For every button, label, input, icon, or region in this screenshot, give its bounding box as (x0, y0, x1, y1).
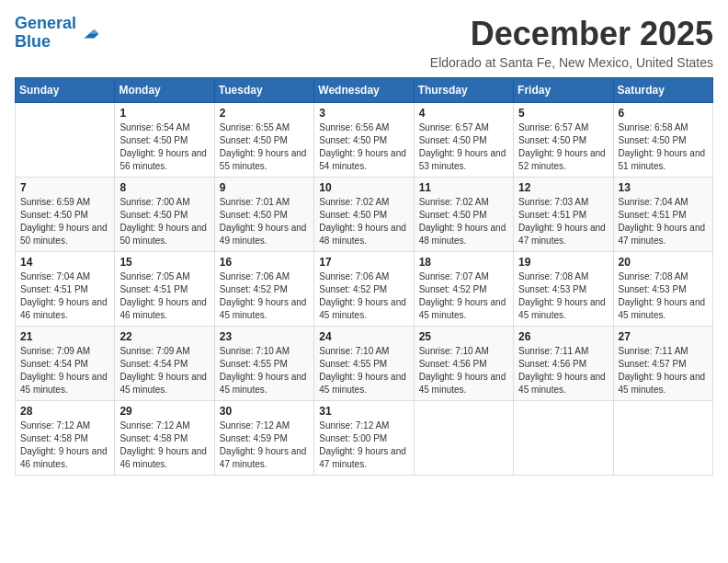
day-number: 3 (319, 107, 408, 120)
day-number: 4 (419, 107, 508, 120)
calendar-cell: 19Sunrise: 7:08 AMSunset: 4:53 PMDayligh… (514, 252, 613, 327)
day-number: 23 (220, 330, 309, 343)
calendar-cell (514, 401, 613, 476)
header-monday: Monday (115, 78, 214, 103)
calendar-cell: 7Sunrise: 6:59 AMSunset: 4:50 PMDaylight… (16, 178, 115, 252)
calendar-table: Sunday Monday Tuesday Wednesday Thursday… (15, 77, 713, 476)
day-number: 31 (319, 405, 408, 418)
calendar-cell: 4Sunrise: 6:57 AMSunset: 4:50 PMDaylight… (414, 103, 513, 178)
calendar-cell: 23Sunrise: 7:10 AMSunset: 4:55 PMDayligh… (214, 327, 313, 401)
calendar-cell: 30Sunrise: 7:12 AMSunset: 4:59 PMDayligh… (214, 401, 313, 476)
logo: General Blue (15, 15, 100, 52)
logo-icon (78, 22, 100, 44)
day-info: Sunrise: 7:12 AMSunset: 5:00 PMDaylight:… (319, 419, 408, 471)
calendar-cell: 10Sunrise: 7:02 AMSunset: 4:50 PMDayligh… (314, 178, 414, 252)
calendar-cell: 13Sunrise: 7:04 AMSunset: 4:51 PMDayligh… (613, 178, 712, 252)
day-number: 28 (20, 405, 109, 418)
day-info: Sunrise: 7:02 AMSunset: 4:50 PMDaylight:… (419, 196, 508, 247)
day-number: 10 (319, 181, 408, 194)
day-number: 30 (220, 405, 309, 418)
day-number: 19 (518, 256, 608, 269)
day-info: Sunrise: 7:04 AMSunset: 4:51 PMDaylight:… (20, 270, 109, 322)
day-info: Sunrise: 7:00 AMSunset: 4:50 PMDaylight:… (119, 196, 209, 247)
day-info: Sunrise: 7:09 AMSunset: 4:54 PMDaylight:… (119, 345, 209, 396)
calendar-week-3: 14Sunrise: 7:04 AMSunset: 4:51 PMDayligh… (16, 252, 713, 327)
calendar-cell: 6Sunrise: 6:58 AMSunset: 4:50 PMDaylight… (613, 103, 712, 178)
day-info: Sunrise: 7:06 AMSunset: 4:52 PMDaylight:… (220, 270, 309, 322)
day-info: Sunrise: 6:57 AMSunset: 4:50 PMDaylight:… (419, 121, 508, 173)
calendar-cell (16, 103, 115, 178)
day-info: Sunrise: 7:01 AMSunset: 4:50 PMDaylight:… (220, 196, 309, 247)
calendar-cell: 14Sunrise: 7:04 AMSunset: 4:51 PMDayligh… (16, 252, 115, 327)
calendar-cell: 22Sunrise: 7:09 AMSunset: 4:54 PMDayligh… (115, 327, 214, 401)
day-info: Sunrise: 7:12 AMSunset: 4:58 PMDaylight:… (119, 419, 209, 471)
calendar-cell: 28Sunrise: 7:12 AMSunset: 4:58 PMDayligh… (16, 401, 115, 476)
day-info: Sunrise: 7:08 AMSunset: 4:53 PMDaylight:… (518, 270, 608, 322)
day-number: 21 (20, 330, 109, 343)
day-info: Sunrise: 7:12 AMSunset: 4:59 PMDaylight:… (220, 419, 309, 471)
calendar-cell: 15Sunrise: 7:05 AMSunset: 4:51 PMDayligh… (115, 252, 214, 327)
day-number: 22 (119, 330, 209, 343)
header-saturday: Saturday (613, 78, 712, 103)
day-number: 18 (419, 256, 508, 269)
day-number: 9 (220, 181, 309, 194)
header-wednesday: Wednesday (314, 78, 414, 103)
header-sunday: Sunday (16, 78, 115, 103)
calendar-cell: 9Sunrise: 7:01 AMSunset: 4:50 PMDaylight… (214, 178, 313, 252)
day-info: Sunrise: 7:02 AMSunset: 4:50 PMDaylight:… (319, 196, 408, 247)
calendar-cell: 17Sunrise: 7:06 AMSunset: 4:52 PMDayligh… (314, 252, 414, 327)
calendar-cell: 2Sunrise: 6:55 AMSunset: 4:50 PMDaylight… (214, 103, 313, 178)
calendar-week-5: 28Sunrise: 7:12 AMSunset: 4:58 PMDayligh… (16, 401, 713, 476)
day-info: Sunrise: 7:10 AMSunset: 4:55 PMDaylight:… (319, 345, 408, 396)
calendar-cell: 20Sunrise: 7:08 AMSunset: 4:53 PMDayligh… (613, 252, 712, 327)
day-info: Sunrise: 7:10 AMSunset: 4:55 PMDaylight:… (220, 345, 309, 396)
calendar-cell: 1Sunrise: 6:54 AMSunset: 4:50 PMDaylight… (115, 103, 214, 178)
header-friday: Friday (514, 78, 613, 103)
day-info: Sunrise: 7:05 AMSunset: 4:51 PMDaylight:… (119, 270, 209, 322)
day-number: 26 (518, 330, 608, 343)
day-info: Sunrise: 7:04 AMSunset: 4:51 PMDaylight:… (619, 196, 708, 247)
day-number: 14 (20, 256, 109, 269)
day-info: Sunrise: 6:54 AMSunset: 4:50 PMDaylight:… (119, 121, 209, 173)
day-number: 1 (119, 107, 209, 120)
day-number: 15 (119, 256, 209, 269)
day-info: Sunrise: 7:03 AMSunset: 4:51 PMDaylight:… (518, 196, 608, 247)
day-number: 8 (119, 181, 209, 194)
calendar-cell: 18Sunrise: 7:07 AMSunset: 4:52 PMDayligh… (414, 252, 513, 327)
calendar-cell: 5Sunrise: 6:57 AMSunset: 4:50 PMDaylight… (514, 103, 613, 178)
day-info: Sunrise: 6:55 AMSunset: 4:50 PMDaylight:… (220, 121, 309, 173)
day-number: 20 (619, 256, 708, 269)
title-block: December 2025 Eldorado at Santa Fe, New … (430, 15, 713, 70)
day-info: Sunrise: 7:11 AMSunset: 4:57 PMDaylight:… (619, 345, 708, 396)
day-number: 17 (319, 256, 408, 269)
day-info: Sunrise: 7:07 AMSunset: 4:52 PMDaylight:… (419, 270, 508, 322)
calendar-cell: 27Sunrise: 7:11 AMSunset: 4:57 PMDayligh… (613, 327, 712, 401)
calendar-cell: 8Sunrise: 7:00 AMSunset: 4:50 PMDaylight… (115, 178, 214, 252)
day-number: 5 (518, 107, 608, 120)
day-info: Sunrise: 7:10 AMSunset: 4:56 PMDaylight:… (419, 345, 508, 396)
calendar-cell: 24Sunrise: 7:10 AMSunset: 4:55 PMDayligh… (314, 327, 414, 401)
day-number: 27 (619, 330, 708, 343)
header-tuesday: Tuesday (214, 78, 313, 103)
logo-text: General Blue (15, 15, 76, 52)
header: General Blue December 2025 Eldorado at S… (15, 15, 713, 70)
day-number: 29 (119, 405, 209, 418)
day-info: Sunrise: 7:08 AMSunset: 4:53 PMDaylight:… (619, 270, 708, 322)
calendar-cell: 11Sunrise: 7:02 AMSunset: 4:50 PMDayligh… (414, 178, 513, 252)
day-number: 25 (419, 330, 508, 343)
days-header-row: Sunday Monday Tuesday Wednesday Thursday… (16, 78, 713, 103)
calendar-week-2: 7Sunrise: 6:59 AMSunset: 4:50 PMDaylight… (16, 178, 713, 252)
day-number: 7 (20, 181, 109, 194)
page-container: General Blue December 2025 Eldorado at S… (15, 15, 713, 476)
day-number: 16 (220, 256, 309, 269)
month-title: December 2025 (430, 15, 713, 53)
calendar-cell: 12Sunrise: 7:03 AMSunset: 4:51 PMDayligh… (514, 178, 613, 252)
calendar-cell: 21Sunrise: 7:09 AMSunset: 4:54 PMDayligh… (16, 327, 115, 401)
day-info: Sunrise: 7:12 AMSunset: 4:58 PMDaylight:… (20, 419, 109, 471)
day-info: Sunrise: 6:56 AMSunset: 4:50 PMDaylight:… (319, 121, 408, 173)
location-title: Eldorado at Santa Fe, New Mexico, United… (430, 55, 713, 70)
calendar-cell: 25Sunrise: 7:10 AMSunset: 4:56 PMDayligh… (414, 327, 513, 401)
day-number: 11 (419, 181, 508, 194)
day-info: Sunrise: 7:11 AMSunset: 4:56 PMDaylight:… (518, 345, 608, 396)
day-info: Sunrise: 7:06 AMSunset: 4:52 PMDaylight:… (319, 270, 408, 322)
